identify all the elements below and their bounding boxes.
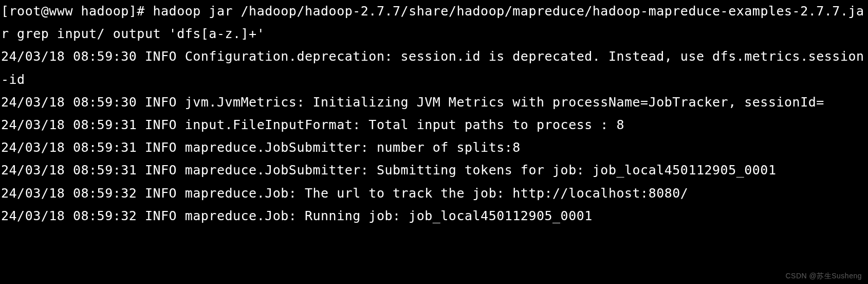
shell-prompt: [root@www hadoop]# bbox=[1, 4, 153, 19]
watermark-text: CSDN @苏生Susheng bbox=[785, 272, 862, 281]
log-line: 24/03/18 08:59:30 INFO Configuration.dep… bbox=[1, 49, 864, 86]
log-line: 24/03/18 08:59:31 INFO mapreduce.JobSubm… bbox=[1, 140, 521, 155]
log-line: 24/03/18 08:59:32 INFO mapreduce.Job: Th… bbox=[1, 186, 688, 201]
log-line: 24/03/18 08:59:31 INFO mapreduce.JobSubm… bbox=[1, 163, 776, 177]
log-line: 24/03/18 08:59:30 INFO jvm.JvmMetrics: I… bbox=[1, 95, 824, 110]
log-line: 24/03/18 08:59:32 INFO mapreduce.Job: Ru… bbox=[1, 208, 593, 223]
log-line: 24/03/18 08:59:31 INFO input.FileInputFo… bbox=[1, 117, 624, 132]
terminal-output[interactable]: [root@www hadoop]# hadoop jar /hadoop/ha… bbox=[0, 0, 868, 227]
